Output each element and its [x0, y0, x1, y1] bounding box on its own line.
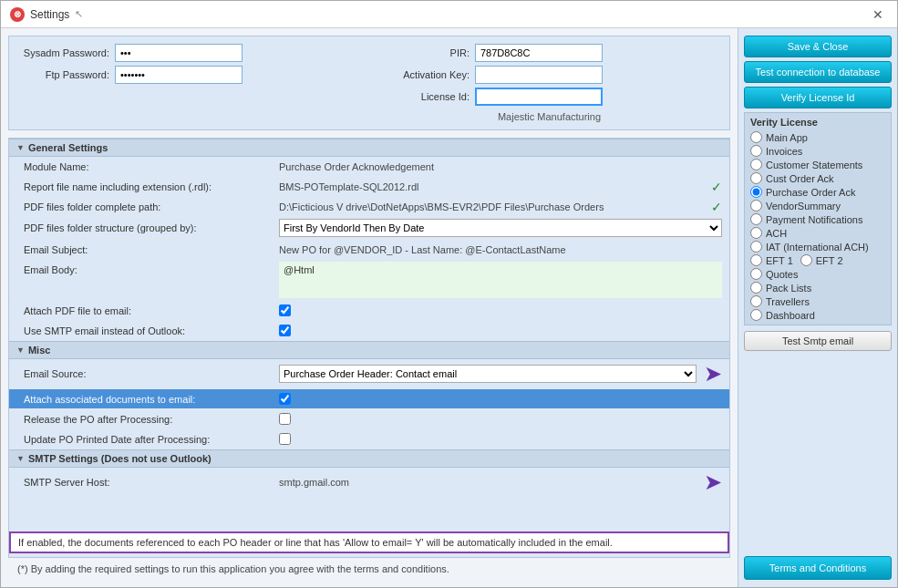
radio-cust-order-ack[interactable]: Cust Order Ack: [750, 172, 885, 184]
radio-payment-notifications[interactable]: Payment Notifications: [750, 213, 885, 225]
radio-invoices[interactable]: Invoices: [750, 145, 885, 157]
radio-vendor-summary-input[interactable]: [750, 200, 762, 211]
activation-label: Activation Key:: [378, 69, 470, 80]
radio-dashboard-label: Dashboard: [766, 310, 815, 321]
app-icon: ⊗: [10, 7, 25, 22]
use-smtp-checkbox[interactable]: [279, 325, 291, 336]
use-smtp-label: Use SMTP email instead of Outlook:: [24, 325, 279, 336]
close-button[interactable]: ✕: [868, 5, 888, 24]
save-close-button[interactable]: Save & Close: [744, 36, 892, 57]
radio-pack-lists[interactable]: Pack Lists: [750, 282, 885, 294]
radio-dashboard[interactable]: Dashboard: [750, 309, 885, 321]
pir-input[interactable]: [475, 44, 603, 62]
radio-vendor-summary[interactable]: VendorSummary: [750, 200, 885, 211]
pdf-path-value: D:\Ficticious V drive\DotNetApps\BMS-EVR…: [279, 201, 707, 212]
radio-purchase-order-ack-label: Purchase Order Ack: [766, 187, 855, 198]
module-name-value: Purchase Order Acknowledgement: [279, 161, 722, 172]
test-smtp-button[interactable]: Test Smtp email: [744, 331, 892, 351]
eft-row: EFT 1 EFT 2: [750, 254, 885, 266]
test-connection-button[interactable]: Test connection to database: [744, 61, 892, 83]
attach-pdf-label: Attach PDF file to email:: [24, 305, 279, 316]
release-po-checkbox[interactable]: [279, 413, 291, 425]
attach-docs-checkbox[interactable]: [279, 393, 291, 405]
report-check-icon: ✓: [711, 180, 722, 194]
title-bar: ⊗ Settings ↖ ✕: [1, 1, 897, 28]
misc-label: Misc: [28, 345, 50, 356]
radio-travellers[interactable]: Travellers: [750, 295, 885, 307]
title-bar-left: ⊗ Settings ↖: [10, 7, 83, 22]
verity-license-title: Verity License: [750, 117, 885, 128]
radio-cust-order-ack-label: Cust Order Ack: [766, 173, 834, 184]
radio-main-app[interactable]: Main App: [750, 131, 885, 143]
radio-dashboard-input[interactable]: [750, 309, 762, 321]
bottom-bar: (*) By adding the required settings to r…: [8, 558, 730, 580]
license-row: License Id:: [378, 88, 720, 106]
radio-main-app-input[interactable]: [750, 131, 762, 143]
license-label: License Id:: [378, 91, 470, 102]
pdf-structure-row: PDF files folder structure (grouped by):…: [9, 217, 729, 240]
attach-docs-label: Attach associated documents to email:: [24, 394, 279, 405]
email-body-row: Email Body: @Html: [9, 260, 729, 301]
pdf-path-label: PDF files folder complete path:: [24, 201, 279, 212]
company-name: Majestic Manufacturing: [378, 109, 720, 122]
sysadm-input[interactable]: [115, 44, 243, 62]
left-panel: Sysadm Password: PIR: Ftp Password: Acti…: [1, 28, 738, 587]
smtp-host-row: SMTP Server Host: smtp.gmail.com ➤: [9, 468, 729, 498]
radio-invoices-input[interactable]: [750, 145, 762, 157]
radio-iat-input[interactable]: [750, 241, 762, 253]
report-filename-value: BMS-POTemplate-SQL2012.rdl: [279, 181, 707, 192]
radio-cust-order-ack-input[interactable]: [750, 172, 762, 184]
email-source-select[interactable]: Purchase Order Header: Contact email: [279, 365, 697, 383]
bottom-note: (*) By adding the required settings to r…: [17, 563, 449, 574]
top-fields: Sysadm Password: PIR: Ftp Password: Acti…: [8, 36, 730, 130]
activation-row: Activation Key:: [378, 66, 720, 84]
radio-iat[interactable]: IAT (International ACH): [750, 241, 885, 253]
smtp-host-value: smtp.gmail.com: [279, 477, 697, 488]
pdf-structure-select[interactable]: First By VendorId Then By Date: [279, 219, 722, 237]
radio-eft2-input[interactable]: [800, 254, 812, 266]
radio-quotes[interactable]: Quotes: [750, 268, 885, 280]
radio-ach-label: ACH: [766, 228, 787, 239]
misc-section-header: ▼ Misc: [9, 341, 729, 359]
radio-iat-label: IAT (International ACH): [766, 242, 869, 253]
pir-row: PIR:: [378, 44, 720, 62]
radio-travellers-input[interactable]: [750, 295, 762, 307]
license-input[interactable]: [475, 88, 603, 106]
radio-customer-statements-input[interactable]: [750, 159, 762, 170]
settings-scroll[interactable]: ▼ General Settings Module Name: Purchase…: [9, 139, 729, 528]
radio-purchase-order-ack[interactable]: Purchase Order Ack: [750, 186, 885, 198]
info-bar: If enabled, the documents referenced to …: [9, 531, 729, 553]
terms-button[interactable]: Terms and Conditions: [744, 556, 892, 580]
radio-invoices-label: Invoices: [766, 146, 802, 157]
module-name-row: Module Name: Purchase Order Acknowledgem…: [9, 157, 729, 177]
general-settings-header: ▼ General Settings: [9, 139, 729, 157]
pdf-check-icon: ✓: [711, 200, 722, 214]
use-smtp-row: Use SMTP email instead of Outlook:: [9, 321, 729, 341]
update-po-checkbox[interactable]: [279, 433, 291, 445]
radio-quotes-label: Quotes: [766, 269, 798, 280]
main-content: Sysadm Password: PIR: Ftp Password: Acti…: [1, 28, 897, 587]
radio-eft1[interactable]: EFT 1: [750, 254, 793, 266]
verify-license-button[interactable]: Verify License Id: [744, 87, 892, 108]
sysadm-row: Sysadm Password:: [18, 44, 360, 62]
radio-quotes-input[interactable]: [750, 268, 762, 280]
radio-ach-input[interactable]: [750, 227, 762, 239]
report-filename-label: Report file name including extension (.r…: [24, 181, 279, 192]
radio-pack-lists-input[interactable]: [750, 282, 762, 294]
update-po-row: Update PO Printed Date after Processing:: [9, 429, 729, 449]
email-source-row: Email Source: Purchase Order Header: Con…: [9, 359, 729, 389]
radio-eft2[interactable]: EFT 2: [800, 254, 843, 266]
radio-customer-statements[interactable]: Customer Statements: [750, 159, 885, 170]
activation-input[interactable]: [475, 66, 603, 84]
smtp-section-header: ▼ SMTP Settings (Does not use Outlook): [9, 449, 729, 468]
attach-docs-row[interactable]: Attach associated documents to email:: [9, 389, 729, 409]
radio-ach[interactable]: ACH: [750, 227, 885, 239]
attach-pdf-checkbox[interactable]: [279, 304, 291, 316]
pdf-path-row: PDF files folder complete path: D:\Ficti…: [9, 197, 729, 217]
ftp-input[interactable]: [115, 66, 243, 84]
arrow-indicator-1: ➤: [704, 361, 722, 387]
radio-payment-notifications-input[interactable]: [750, 213, 762, 225]
radio-purchase-order-ack-input[interactable]: [750, 186, 762, 198]
radio-eft1-input[interactable]: [750, 254, 762, 266]
radio-group: Main App Invoices Customer Statements: [750, 131, 885, 321]
